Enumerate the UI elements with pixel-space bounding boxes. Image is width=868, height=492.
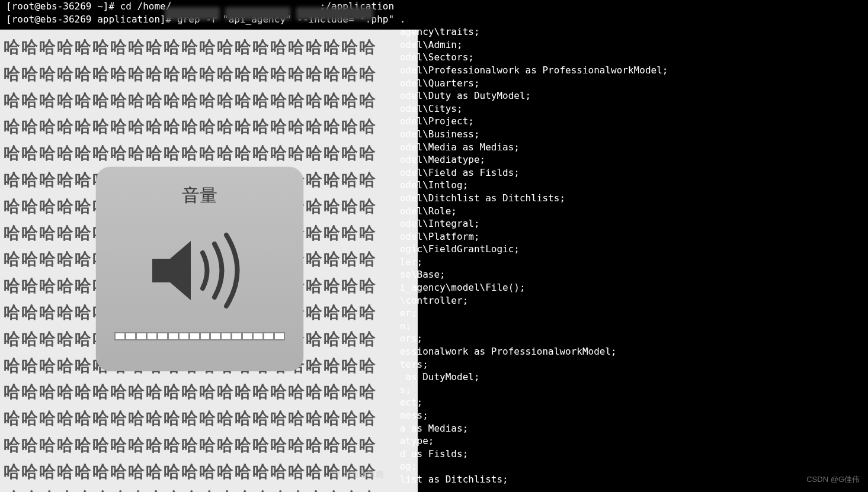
laugh-row: 哈哈哈哈哈哈哈哈哈哈哈哈哈哈哈哈哈哈哈哈哈 — [0, 61, 418, 88]
redacted-block — [296, 7, 373, 20]
volume-segment — [253, 333, 263, 340]
volume-segment — [221, 333, 231, 340]
volume-segment — [136, 333, 146, 340]
redacted-block — [165, 7, 220, 20]
laugh-row: 哈哈哈哈哈哈哈哈哈哈哈哈哈哈哈哈哈哈哈哈哈 — [0, 432, 418, 459]
volume-segment — [147, 333, 157, 340]
laugh-row: 哈哈哈哈哈哈哈哈哈哈哈哈哈哈哈哈哈哈哈哈哈 — [0, 88, 418, 114]
volume-segment — [232, 333, 242, 340]
laugh-row: 哈哈哈哈哈哈哈哈哈哈哈哈哈哈哈哈哈哈哈哈哈 — [0, 114, 418, 140]
volume-segment — [274, 333, 284, 340]
laugh-row: 哈哈哈哈哈哈哈哈哈哈哈哈哈哈哈哈哈哈哈哈哈 — [0, 140, 418, 167]
redacted-block — [225, 7, 290, 20]
laugh-row: 哈哈哈哈哈哈哈哈哈哈哈哈哈哈哈哈哈哈哈哈哈 — [0, 34, 418, 61]
volume-segment — [179, 333, 189, 340]
laugh-row: 哈哈哈哈哈哈哈哈哈哈哈哈哈哈哈哈哈哈哈哈哈 — [0, 485, 418, 492]
watermark-weibo: @ 卓凯小冰糖 — [332, 470, 384, 480]
svg-marker-0 — [152, 241, 191, 300]
terminal-line: [root@ebs-36269 ~]# cd /home/ ;/applicat… — [0, 0, 868, 13]
volume-title: 音量 — [182, 184, 217, 208]
watermark-csdn: CSDN @G佳伟 — [806, 474, 860, 485]
laugh-row: 哈哈哈哈哈哈哈哈哈哈哈哈哈哈哈哈哈哈哈哈哈 — [0, 379, 418, 406]
volume-segment — [126, 333, 136, 340]
volume-segment — [264, 333, 274, 340]
volume-level-bar — [114, 332, 285, 340]
speaker-icon — [146, 229, 253, 312]
volume-segment — [242, 333, 252, 340]
terminal-line: [root@ebs-36269 application]# grep -r "a… — [0, 13, 868, 26]
volume-segment — [168, 333, 178, 340]
volume-segment — [190, 333, 200, 340]
volume-segment — [115, 333, 125, 340]
volume-segment — [200, 333, 210, 340]
volume-hud: 音量 — [96, 167, 303, 371]
laugh-row: 哈哈哈哈哈哈哈哈哈哈哈哈哈哈哈哈哈哈哈哈哈 — [0, 406, 418, 432]
volume-segment — [158, 333, 168, 340]
volume-segment — [210, 333, 220, 340]
